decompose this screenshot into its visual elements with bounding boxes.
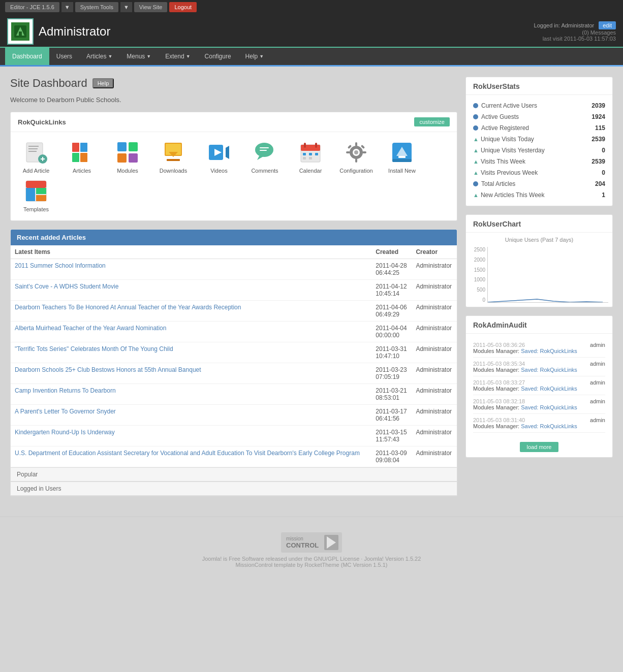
table-row: 2011 Summer School Information2011-04-28… <box>11 259 457 280</box>
svg-rect-34 <box>309 153 312 155</box>
svg-rect-52 <box>26 188 35 201</box>
rok-user-chart-widget: RokUserChart Unique Users (Past 7 days) … <box>465 214 613 307</box>
nav-help[interactable]: Help ▼ <box>238 48 271 65</box>
audit-link[interactable]: Saved: RokQuickLinks <box>521 423 577 429</box>
quicklink-videos[interactable]: Videos <box>199 140 239 174</box>
table-row: Dearborn Schools 25+ Club Bestows Honors… <box>11 363 457 384</box>
svg-rect-43 <box>362 151 366 153</box>
templates-icon <box>24 179 48 203</box>
footer-logo: mission CONTROL <box>10 532 613 553</box>
left-column: Site Dashboard Help Welcome to Dearborn … <box>10 77 457 496</box>
nav-articles[interactable]: Articles ▼ <box>79 48 119 65</box>
quicklink-install-new[interactable]: Install New <box>382 140 422 174</box>
quicklink-downloads[interactable]: Downloads <box>153 140 194 174</box>
page-title-section: Site Dashboard Help <box>10 77 457 90</box>
chart-canvas <box>487 247 608 303</box>
svg-rect-14 <box>117 142 127 151</box>
nav-users[interactable]: Users <box>49 48 79 65</box>
blue-dot-icon <box>473 125 478 131</box>
header: Administrator Logged in: Administrator e… <box>0 14 623 47</box>
articles-arrow-icon: ▼ <box>108 54 112 59</box>
quicklink-add-article[interactable]: Add Article <box>16 140 56 174</box>
quicklink-calendar[interactable]: Calendar <box>290 140 331 174</box>
audit-link[interactable]: Saved: RokQuickLinks <box>521 386 577 392</box>
main-content: Site Dashboard Help Welcome to Dearborn … <box>0 67 623 506</box>
audit-entry: 2011-05-03 08:35:34 admin Modules Manage… <box>473 358 605 376</box>
svg-rect-35 <box>315 153 318 155</box>
table-row: Kindergarten Round-Up Is Underway2011-03… <box>11 426 457 446</box>
downloads-icon <box>161 140 185 165</box>
load-more-button[interactable]: load more <box>520 442 559 452</box>
help-arrow-icon: ▼ <box>259 54 264 59</box>
quicklink-configuration[interactable]: Configuration <box>336 140 377 174</box>
svg-text:mission: mission <box>286 536 303 541</box>
svg-marker-23 <box>226 146 229 159</box>
welcome-text: Welcome to Dearborn Public Schools. <box>10 96 457 104</box>
install-new-icon <box>390 140 414 165</box>
table-row: Saint's Cove - A WDHS Student Movie2011-… <box>11 280 457 301</box>
audit-detail: Modules Manager: Saved: RokQuickLinks <box>473 404 605 410</box>
logout-button[interactable]: Logout <box>169 2 197 12</box>
audit-user: admin <box>590 379 605 386</box>
system-tools-arrow[interactable]: ▼ <box>120 2 132 12</box>
audit-user: admin <box>590 417 605 423</box>
editor-button[interactable]: Editor - JCE 1.5.6 <box>5 2 59 12</box>
editor-arrow[interactable]: ▼ <box>61 2 73 12</box>
system-tools-button[interactable]: System Tools <box>75 2 118 12</box>
chart-area: Unique Users (Past 7 days) 2500 2000 150… <box>466 233 612 307</box>
audit-link[interactable]: Saved: RokQuickLinks <box>521 367 577 373</box>
quicklink-modules[interactable]: Modules <box>107 140 148 174</box>
svg-rect-37 <box>309 157 312 159</box>
main-nav: Dashboard Users Articles ▼ Menus ▼ Exten… <box>0 47 623 65</box>
downloads-label: Downloads <box>160 168 187 174</box>
table-row: U.S. Department of Education Assistant S… <box>11 446 457 467</box>
help-button[interactable]: Help <box>92 78 114 88</box>
audit-entry: 2011-05-03 08:31:40 admin Modules Manage… <box>473 414 605 433</box>
audit-time: 2011-05-03 08:32:18 <box>473 398 525 404</box>
rok-admin-audit-title: RokAdminAudit <box>466 316 612 334</box>
blue-dot-icon <box>473 114 478 119</box>
logo-icon <box>13 24 27 39</box>
install-new-label: Install New <box>388 168 416 174</box>
svg-rect-48 <box>398 156 406 158</box>
rok-admin-audit-widget: RokAdminAudit 2011-05-03 08:36:26 admin … <box>465 315 613 458</box>
svg-rect-53 <box>36 188 46 194</box>
stat-row: ▲Visits This Week2539 <box>473 156 605 167</box>
quicklink-articles[interactable]: Articles <box>61 140 102 174</box>
customize-button[interactable]: customize <box>414 117 450 126</box>
quicklink-templates[interactable]: Templates <box>16 179 56 212</box>
svg-rect-15 <box>129 142 138 151</box>
svg-rect-33 <box>303 153 306 155</box>
page-title: Site Dashboard <box>10 77 87 90</box>
menus-arrow-icon: ▼ <box>146 54 151 59</box>
rok-admin-audit-body: 2011-05-03 08:36:26 admin Modules Manage… <box>466 334 612 438</box>
audit-link[interactable]: Saved: RokQuickLinks <box>521 348 577 354</box>
svg-rect-32 <box>315 143 317 148</box>
edit-button[interactable]: edit <box>599 21 616 29</box>
svg-rect-31 <box>304 143 306 148</box>
audit-detail: Modules Manager: Saved: RokQuickLinks <box>473 423 605 429</box>
svg-rect-12 <box>72 153 79 162</box>
audit-entry: 2011-05-03 08:32:18 admin Modules Manage… <box>473 395 605 414</box>
modules-icon <box>115 140 140 165</box>
audit-link[interactable]: Saved: RokQuickLinks <box>521 404 577 410</box>
quicklink-comments[interactable]: Comments <box>244 140 285 174</box>
nav-extend[interactable]: Extend ▼ <box>158 48 197 65</box>
view-site-button[interactable]: View Site <box>134 2 168 12</box>
svg-rect-17 <box>129 153 138 163</box>
nav-menus[interactable]: Menus ▼ <box>119 48 158 65</box>
audit-time: 2011-05-03 08:36:26 <box>473 342 525 348</box>
svg-rect-16 <box>117 153 127 163</box>
recent-articles-header: Recent added Articles <box>11 230 457 245</box>
table-row: Alberta Muirhead Teacher of the Year Awa… <box>11 322 457 342</box>
nav-configure[interactable]: Configure <box>198 48 238 65</box>
nav-dashboard[interactable]: Dashboard <box>5 48 49 65</box>
articles-icon <box>70 140 94 165</box>
col-creator: Creator <box>412 245 457 259</box>
right-column: RokUserStats Current Active Users2039Act… <box>465 77 613 496</box>
svg-rect-13 <box>80 153 87 162</box>
last-visit-text: last visit 2011-05-03 11:57:03 <box>534 36 616 42</box>
add-article-label: Add Article <box>23 168 50 174</box>
top-bar: Editor - JCE 1.5.6 ▼ System Tools ▼ View… <box>0 0 623 14</box>
green-triangle-icon: ▲ <box>473 136 479 142</box>
